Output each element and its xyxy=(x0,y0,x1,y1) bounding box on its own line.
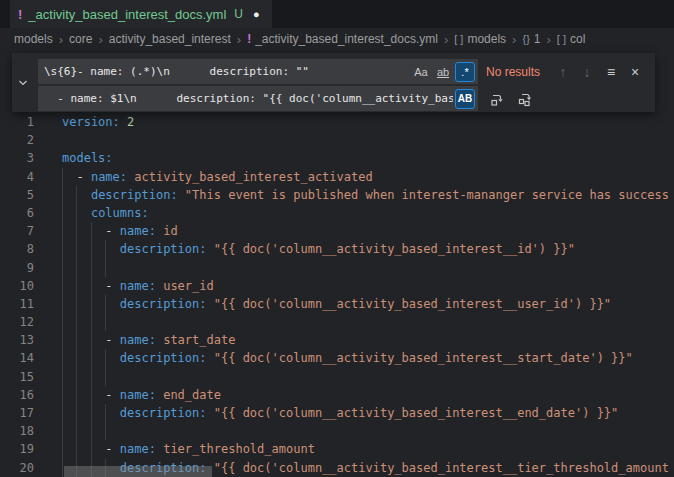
breadcrumb-item[interactable]: activity_based_interest xyxy=(109,32,231,46)
line-number[interactable]: 15 xyxy=(0,368,34,386)
code-text: description: "{{ doc('column__activity_b… xyxy=(62,404,618,422)
line-number[interactable]: 7 xyxy=(0,222,34,240)
yaml-file-icon: ! xyxy=(18,7,22,22)
previous-match-button[interactable]: ↑ xyxy=(552,61,574,83)
line-number[interactable]: 6 xyxy=(0,204,34,222)
breadcrumb-label: models xyxy=(14,32,53,46)
code-line[interactable]: 5 description: "This event is published … xyxy=(0,186,674,204)
results-status: No results xyxy=(486,65,540,79)
tab-activity-based-interest-docs[interactable]: ! _activity_based_interest_docs.yml U ● xyxy=(10,0,272,28)
close-find-widget-button[interactable]: × xyxy=(624,61,646,83)
code-line[interactable]: 3models: xyxy=(0,149,674,167)
code-line[interactable]: 12 xyxy=(0,313,674,331)
breadcrumb-item[interactable]: core xyxy=(69,32,92,46)
line-number[interactable]: 17 xyxy=(0,404,34,422)
breadcrumb-separator-icon: › xyxy=(547,32,551,47)
breadcrumb-label: activity_based_interest xyxy=(109,32,231,46)
code-text: columns: xyxy=(62,204,149,222)
code-text: description: "{{ doc('column__activity_b… xyxy=(62,240,575,258)
line-number[interactable]: 3 xyxy=(0,149,34,167)
replace-actions xyxy=(486,88,536,110)
line-number[interactable]: 11 xyxy=(0,295,34,313)
code-text: - name: activity_based_interest_activate… xyxy=(62,168,373,186)
line-number[interactable]: 13 xyxy=(0,331,34,349)
breadcrumb-item[interactable]: models xyxy=(14,32,53,46)
yaml-file-icon: ! xyxy=(247,32,251,46)
code-text: - name: end_date xyxy=(62,386,221,404)
line-number[interactable]: 4 xyxy=(0,168,34,186)
code-text: description: "{{ doc('column__activity_b… xyxy=(62,295,611,313)
next-match-button[interactable]: ↓ xyxy=(576,61,598,83)
code-line[interactable]: 7 - name: id xyxy=(0,222,674,240)
code-area[interactable]: 1version: 223models:4 - name: activity_b… xyxy=(0,113,674,477)
breadcrumb-item[interactable]: [ ]models xyxy=(454,32,506,46)
whole-word-toggle[interactable]: ab xyxy=(433,62,453,82)
code-line[interactable]: 11 description: "{{ doc('column__activit… xyxy=(0,295,674,313)
line-number[interactable]: 9 xyxy=(0,259,34,277)
match-case-toggle[interactable]: Aa xyxy=(411,62,431,82)
code-line[interactable]: 18 xyxy=(0,422,674,440)
replace-button[interactable] xyxy=(486,88,508,110)
code-text: models: xyxy=(62,149,113,167)
line-number[interactable]: 12 xyxy=(0,313,34,331)
line-number[interactable]: 18 xyxy=(0,422,34,440)
line-number[interactable]: 19 xyxy=(0,440,34,458)
find-input[interactable]: \s{6}- name: (.*)\n description: "" Aa a… xyxy=(38,59,478,84)
code-line[interactable]: 15 xyxy=(0,368,674,386)
code-line[interactable]: 9 xyxy=(0,259,674,277)
replace-input[interactable]: - name: $1\n description: "{{ doc('colum… xyxy=(38,86,478,111)
find-input-value: \s{6}- name: (.*)\n description: "" xyxy=(44,65,409,78)
code-line[interactable]: 6 columns: xyxy=(0,204,674,222)
breadcrumb: models›core›activity_based_interest›!_ac… xyxy=(0,28,674,50)
code-line[interactable]: 14 description: "{{ doc('column__activit… xyxy=(0,349,674,367)
code-text: - name: id xyxy=(62,222,178,240)
replace-input-value: - name: $1\n description: "{{ doc('colum… xyxy=(44,92,453,105)
breadcrumb-label: 1 xyxy=(534,32,541,46)
breadcrumb-label: models xyxy=(467,32,506,46)
horizontal-scrollbar-thumb[interactable] xyxy=(64,466,212,477)
toggle-replace-button[interactable] xyxy=(12,53,34,112)
breadcrumb-separator-icon: › xyxy=(512,32,516,47)
breadcrumb-item[interactable]: {}1 xyxy=(522,32,540,46)
breadcrumb-label: _activity_based_interest_docs.yml xyxy=(255,32,438,46)
line-number[interactable]: 5 xyxy=(0,186,34,204)
breadcrumb-label: col xyxy=(570,32,585,46)
regex-toggle[interactable]: .* xyxy=(455,62,475,82)
code-line[interactable]: 19 - name: tier_threshold_amount xyxy=(0,440,674,458)
find-actions: No results ↑ ↓ ≡ × xyxy=(486,61,646,83)
dirty-indicator-dot[interactable]: ● xyxy=(253,8,260,20)
breadcrumb-separator-icon: › xyxy=(444,32,448,47)
code-line[interactable]: 2 xyxy=(0,131,674,149)
breadcrumb-separator-icon: › xyxy=(59,32,63,47)
code-text: - name: tier_threshold_amount xyxy=(62,440,315,458)
preserve-case-toggle[interactable]: AB xyxy=(455,89,475,109)
git-untracked-badge: U xyxy=(234,7,243,21)
line-number[interactable]: 8 xyxy=(0,240,34,258)
code-line[interactable]: 17 description: "{{ doc('column__activit… xyxy=(0,404,674,422)
line-number[interactable]: 16 xyxy=(0,386,34,404)
breadcrumb-item[interactable]: [ ]col xyxy=(557,32,586,46)
line-number[interactable]: 14 xyxy=(0,349,34,367)
line-number[interactable]: 1 xyxy=(0,113,34,131)
symbol-array-icon: [ ] xyxy=(557,33,566,45)
tab-bar: ! _activity_based_interest_docs.yml U ● xyxy=(0,0,674,28)
breadcrumb-separator-icon: › xyxy=(237,32,241,47)
code-line[interactable]: 1version: 2 xyxy=(0,113,674,131)
line-number[interactable]: 20 xyxy=(0,459,34,477)
breadcrumb-item[interactable]: !_activity_based_interest_docs.yml xyxy=(247,32,438,46)
code-text: version: 2 xyxy=(62,113,134,131)
breadcrumb-separator-icon: › xyxy=(98,32,102,47)
code-line[interactable]: 4 - name: activity_based_interest_activa… xyxy=(0,168,674,186)
code-text: description: "This event is published wh… xyxy=(62,186,669,204)
line-number[interactable]: 10 xyxy=(0,277,34,295)
find-replace-widget: \s{6}- name: (.*)\n description: "" Aa a… xyxy=(12,53,655,112)
line-number[interactable]: 2 xyxy=(0,131,34,149)
code-line[interactable]: 16 - name: end_date xyxy=(0,386,674,404)
replace-all-button[interactable] xyxy=(514,88,536,110)
tab-filename: _activity_based_interest_docs.yml xyxy=(28,7,226,22)
code-line[interactable]: 8 description: "{{ doc('column__activity… xyxy=(0,240,674,258)
code-line[interactable]: 13 - name: start_date xyxy=(0,331,674,349)
find-in-selection-button[interactable]: ≡ xyxy=(600,61,622,83)
editor-pane[interactable]: \s{6}- name: (.*)\n description: "" Aa a… xyxy=(0,50,674,477)
code-line[interactable]: 10 - name: user_id xyxy=(0,277,674,295)
